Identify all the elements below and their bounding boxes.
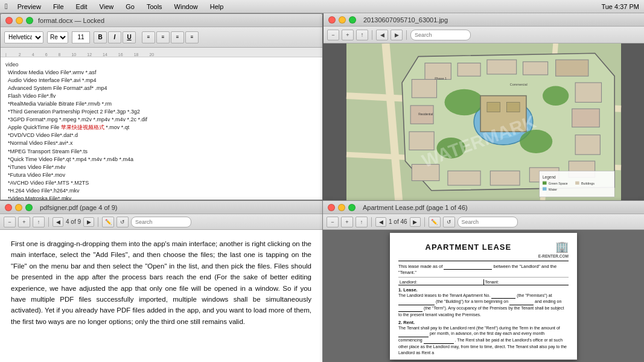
- svg-rect-19: [448, 171, 480, 185]
- align-center-button[interactable]: ≡: [156, 31, 170, 43]
- search-input-3[interactable]: [131, 217, 191, 227]
- format-buttons: B I U: [94, 31, 136, 43]
- share-button-3[interactable]: ↑: [33, 217, 45, 227]
- file-item: *Normal Video Files*.avi*.x: [5, 139, 317, 147]
- svg-text:Water: Water: [549, 188, 557, 191]
- align-left-button[interactable]: ≡: [142, 31, 155, 43]
- font-size-selector[interactable]: Regular: [47, 31, 68, 43]
- menu-edit[interactable]: Edit: [74, 3, 90, 10]
- section-1-label: 1. Lease.: [398, 287, 569, 293]
- logo-text: E-RENTER.COM: [538, 254, 569, 258]
- file-item: *MPEG Transport Stream File*.ts: [5, 148, 317, 156]
- close-button-3[interactable]: [5, 204, 12, 211]
- file-item: Apple QuickTime File 苹果快捷视频格式 *.mov *.qt: [5, 124, 317, 132]
- time-display: Tue 4:37 PM: [601, 3, 639, 10]
- zoom-out-button-4[interactable]: −: [327, 217, 339, 227]
- menu-go[interactable]: Go: [123, 3, 137, 10]
- maximize-button-3[interactable]: [25, 204, 33, 211]
- share-button[interactable]: ↑: [356, 30, 368, 40]
- next-page-button-3[interactable]: ▶: [83, 217, 94, 227]
- svg-rect-29: [543, 182, 547, 185]
- prev-page-button[interactable]: ◀: [376, 30, 388, 40]
- minimize-button-4[interactable]: [338, 204, 345, 211]
- font-selector[interactable]: Helvetica: [4, 31, 43, 43]
- close-button[interactable]: [5, 17, 13, 24]
- zoom-in-button[interactable]: +: [342, 30, 354, 40]
- svg-point-7: [543, 86, 569, 106]
- next-page-button-4[interactable]: ▶: [410, 217, 421, 227]
- svg-text:Phase 1: Phase 1: [435, 77, 447, 80]
- menu-tools[interactable]: Tools: [144, 3, 165, 10]
- menu-help[interactable]: Help: [208, 3, 226, 10]
- annotate-button-3[interactable]: ✏️: [102, 217, 114, 227]
- svg-rect-26: [506, 103, 520, 112]
- window-buttons: [5, 17, 33, 24]
- align-right-button[interactable]: ≡: [171, 31, 184, 43]
- tb-sep-4b: [424, 217, 425, 227]
- next-page-button[interactable]: ▶: [391, 30, 403, 40]
- lease-parties: Landlord: Tenant:: [398, 279, 569, 285]
- menu-window[interactable]: Window: [172, 3, 200, 10]
- maximize-button-4[interactable]: [348, 204, 355, 211]
- menu-bar:  Preview File Edit View Go Tools Window…: [0, 0, 644, 13]
- file-item: Flash Video File*.flv: [5, 92, 317, 100]
- close-button-2[interactable]: [328, 16, 336, 24]
- annotate-button-4[interactable]: ✏️: [429, 217, 441, 227]
- desktop: format.docx — Locked Helvetica Regular B…: [0, 13, 644, 362]
- file-item: *RealMedia Variable Bitrate File*.rmvb *…: [5, 100, 317, 108]
- svg-rect-11: [523, 62, 548, 75]
- zoom-out-button[interactable]: −: [327, 30, 339, 40]
- toolbar-separator-2: [406, 30, 407, 40]
- svg-rect-12: [556, 60, 588, 76]
- section-1-text: The Landlord leases to the Tenant Apartm…: [398, 293, 569, 318]
- file-item: Audio Video Interface File*.avi *.mp4: [5, 77, 317, 84]
- status-bar: Tue 4:37 PM: [601, 0, 639, 13]
- file-item: Advanced System File Format*.asf* .mp4: [5, 84, 317, 92]
- menu-preview[interactable]: Preview: [15, 3, 43, 10]
- section-2-text: The Tenant shall pay to the Landlord ren…: [398, 325, 569, 356]
- preview-image-window: 20130607095710_63001.jpg − + ↑ ◀ ▶: [323, 13, 644, 200]
- minimize-button-3[interactable]: [15, 204, 22, 211]
- underline-button[interactable]: U: [123, 31, 136, 43]
- tenant-label: Tenant:: [484, 279, 569, 285]
- preview-image-titlebar: 20130607095710_63001.jpg: [324, 13, 644, 27]
- svg-rect-10: [487, 60, 517, 74]
- search-input[interactable]: [410, 30, 471, 40]
- file-item: Window Media Video File*.wmv *.asf: [5, 69, 317, 77]
- menu-items: Preview File Edit View Go Tools Window H…: [15, 3, 226, 10]
- share-button-4[interactable]: ↑: [355, 217, 368, 227]
- menu-view[interactable]: View: [97, 3, 116, 10]
- bold-button[interactable]: B: [94, 31, 107, 43]
- svg-rect-9: [457, 63, 480, 77]
- window-buttons-2: [328, 16, 356, 24]
- font-size-input[interactable]: [72, 31, 90, 43]
- justify-button[interactable]: ≡: [185, 31, 199, 43]
- maximize-button-2[interactable]: [349, 16, 356, 24]
- prev-page-button-4[interactable]: ◀: [375, 217, 386, 227]
- svg-text:Green Space: Green Space: [549, 182, 568, 185]
- zoom-in-button-3[interactable]: +: [18, 217, 30, 227]
- preview-image-toolbar: − + ↑ ◀ ▶: [324, 27, 644, 43]
- prev-page-button-3[interactable]: ◀: [53, 217, 63, 227]
- logo-icon: 🏢: [538, 240, 569, 253]
- tb-sep-3b: [98, 217, 98, 227]
- minimize-button-2[interactable]: [339, 16, 346, 24]
- rotate-button-4[interactable]: ↺: [443, 217, 455, 227]
- svg-rect-23: [412, 80, 436, 98]
- rotate-button-3[interactable]: ↺: [116, 217, 129, 227]
- menu-file[interactable]: File: [51, 3, 66, 10]
- maximize-button[interactable]: [26, 17, 33, 24]
- svg-text:Buildings: Buildings: [581, 182, 595, 185]
- zoom-in-button-4[interactable]: +: [341, 217, 353, 227]
- pdf-lease-toolbar: − + ↑ ◀ 1 of 46 ▶ ✏️ ↺: [323, 214, 644, 230]
- lease-title: APARTMENT LEASE: [398, 240, 538, 252]
- finder-toolbar: Helvetica Regular B I U ≡ ≡ ≡ ≡: [1, 27, 322, 48]
- ruler: | 2 4 6 8 10 12 14 16 18 20: [1, 48, 322, 57]
- apple-menu[interactable]: : [5, 2, 8, 11]
- search-input-4[interactable]: [457, 217, 518, 227]
- italic-button[interactable]: I: [108, 31, 121, 43]
- minimize-button[interactable]: [16, 17, 23, 24]
- close-button-4[interactable]: [328, 204, 335, 211]
- file-item: *DVD/VCD Video File*.dat*.d: [5, 132, 317, 139]
- zoom-out-button-3[interactable]: −: [4, 217, 16, 227]
